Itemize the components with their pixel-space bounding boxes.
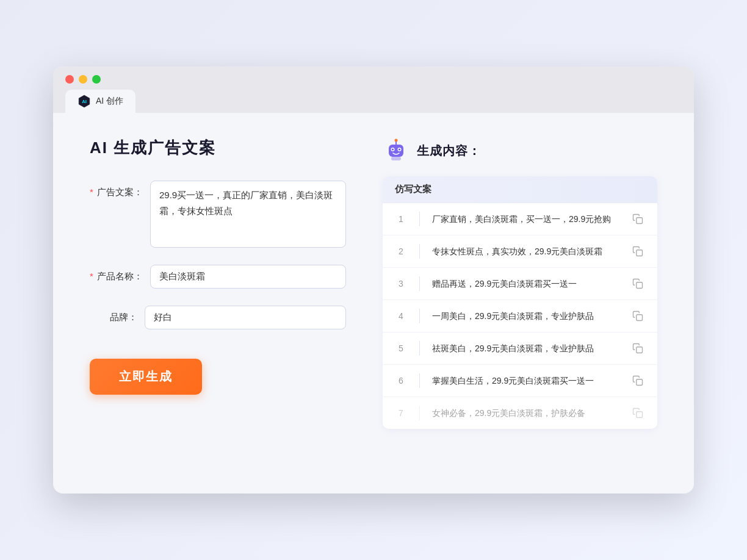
copy-button-1[interactable]: [630, 212, 645, 226]
copy-button-6[interactable]: [630, 373, 645, 388]
row-text-5: 祛斑美白，29.9元美白淡斑霜，专业护肤品: [432, 342, 621, 355]
row-divider-7: [419, 406, 420, 420]
svg-point-6: [399, 149, 400, 151]
row-num-1: 1: [395, 214, 407, 224]
robot-icon: [383, 137, 410, 164]
svg-rect-13: [637, 315, 643, 321]
row-divider-4: [419, 309, 420, 323]
row-num-2: 2: [395, 246, 407, 256]
right-panel: 生成内容： 仿写文案 1 厂家直销，美白淡斑霜，买一送一，29.9元抢购: [383, 137, 657, 429]
traffic-light-green[interactable]: [92, 75, 101, 84]
svg-rect-12: [637, 282, 643, 289]
table-row: 4 一周美白，29.9元美白淡斑霜，专业护肤品: [383, 300, 657, 332]
copy-button-4[interactable]: [630, 309, 645, 323]
right-header: 生成内容：: [383, 137, 657, 164]
label-product-name: * 产品名称：: [90, 265, 150, 282]
svg-rect-15: [637, 379, 643, 386]
row-text-2: 专抹女性斑点，真实功效，29.9元美白淡斑霜: [432, 245, 621, 258]
row-num-5: 5: [395, 343, 407, 353]
svg-rect-9: [391, 157, 401, 160]
input-product-name[interactable]: [150, 265, 346, 289]
row-num-3: 3: [395, 279, 407, 289]
svg-rect-10: [637, 218, 643, 224]
right-title: 生成内容：: [417, 143, 481, 159]
tab-bar: AI AI 创作: [65, 90, 682, 113]
table-row-dimmed: 7 女神必备，29.9元美白淡斑霜，护肤必备: [383, 397, 657, 429]
copy-button-7[interactable]: [630, 406, 645, 420]
row-text-1: 厂家直销，美白淡斑霜，买一送一，29.9元抢购: [432, 213, 621, 226]
label-ad-copy: * 广告文案：: [90, 181, 150, 198]
traffic-light-red[interactable]: [65, 75, 74, 84]
page-title: AI 生成广告文案: [90, 137, 346, 159]
traffic-lights: [65, 75, 682, 84]
ai-tab-icon: AI: [78, 95, 91, 108]
form-group-brand: 品牌：: [90, 306, 346, 329]
row-num-6: 6: [395, 376, 407, 386]
copy-button-2[interactable]: [630, 244, 645, 259]
required-star-ad-copy: *: [90, 187, 93, 197]
row-text-7: 女神必备，29.9元美白淡斑霜，护肤必备: [432, 407, 621, 420]
svg-rect-16: [637, 412, 643, 418]
svg-rect-11: [637, 250, 643, 256]
left-panel: AI 生成广告文案 * 广告文案： 29.9买一送一，真正的厂家直销，美白淡斑霜…: [90, 137, 346, 429]
copy-button-5[interactable]: [630, 341, 645, 356]
input-ad-copy[interactable]: 29.9买一送一，真正的厂家直销，美白淡斑霜，专抹女性斑点: [150, 181, 346, 248]
tab-label: AI 创作: [96, 96, 123, 107]
table-row: 6 掌握美白生活，29.9元美白淡斑霜买一送一: [383, 365, 657, 397]
row-text-3: 赠品再送，29.9元美白淡斑霜买一送一: [432, 278, 621, 290]
table-row: 5 祛斑美白，29.9元美白淡斑霜，专业护肤品: [383, 332, 657, 365]
svg-point-8: [395, 139, 398, 142]
copy-button-3[interactable]: [630, 276, 645, 291]
row-divider-2: [419, 244, 420, 259]
row-divider-3: [419, 276, 420, 291]
required-star-product: *: [90, 271, 93, 281]
table-row: 1 厂家直销，美白淡斑霜，买一送一，29.9元抢购: [383, 203, 657, 235]
row-num-4: 4: [395, 311, 407, 321]
traffic-light-yellow[interactable]: [79, 75, 87, 84]
label-brand: 品牌：: [90, 306, 145, 323]
svg-point-5: [392, 149, 394, 151]
table-row: 2 专抹女性斑点，真实功效，29.9元美白淡斑霜: [383, 235, 657, 268]
row-text-4: 一周美白，29.9元美白淡斑霜，专业护肤品: [432, 310, 621, 323]
generate-button[interactable]: 立即生成: [90, 359, 202, 395]
form-group-product-name: * 产品名称：: [90, 265, 346, 289]
row-divider-6: [419, 373, 420, 388]
svg-rect-2: [389, 145, 403, 157]
browser-content: AI 生成广告文案 * 广告文案： 29.9买一送一，真正的厂家直销，美白淡斑霜…: [53, 113, 694, 459]
browser-window: AI AI 创作 AI 生成广告文案 * 广告文案： 29.9买一送一，真正的厂…: [53, 66, 694, 494]
row-divider-5: [419, 341, 420, 356]
tab-ai-creation[interactable]: AI AI 创作: [65, 90, 135, 113]
input-brand[interactable]: [145, 306, 346, 329]
svg-rect-14: [637, 347, 643, 353]
row-num-7: 7: [395, 408, 407, 418]
table-row: 3 赠品再送，29.9元美白淡斑霜买一送一: [383, 268, 657, 300]
row-text-6: 掌握美白生活，29.9元美白淡斑霜买一送一: [432, 375, 621, 387]
browser-chrome: AI AI 创作: [53, 66, 694, 113]
table-header: 仿写文案: [383, 176, 657, 203]
row-divider-1: [419, 212, 420, 226]
svg-text:AI: AI: [82, 99, 87, 104]
form-group-ad-copy: * 广告文案： 29.9买一送一，真正的厂家直销，美白淡斑霜，专抹女性斑点: [90, 181, 346, 248]
results-table: 仿写文案 1 厂家直销，美白淡斑霜，买一送一，29.9元抢购 2: [383, 176, 657, 429]
